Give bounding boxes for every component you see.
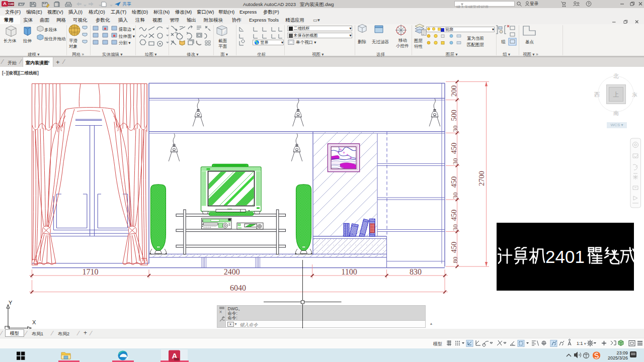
- svg-text:30: 30: [451, 193, 459, 199]
- svg-text:500: 500: [450, 110, 458, 121]
- svg-text:2400: 2400: [224, 267, 240, 276]
- svg-text:450: 450: [450, 143, 458, 154]
- svg-text:450: 450: [450, 210, 458, 221]
- svg-text:830: 830: [410, 267, 422, 276]
- svg-text:80: 80: [451, 257, 459, 263]
- svg-text:30: 30: [451, 224, 459, 231]
- svg-text:Y: Y: [9, 300, 13, 306]
- svg-text:1710: 1710: [83, 267, 99, 276]
- svg-text:450: 450: [450, 242, 458, 253]
- svg-text:30: 30: [451, 158, 459, 165]
- svg-text:2401: 2401: [545, 247, 585, 266]
- svg-text:200: 200: [450, 85, 458, 97]
- svg-text:2700: 2700: [477, 171, 486, 186]
- svg-text:6040: 6040: [230, 284, 246, 292]
- svg-text:X: X: [32, 319, 36, 325]
- svg-text:450: 450: [450, 176, 458, 188]
- svg-text:30: 30: [451, 126, 459, 132]
- svg-text:1100: 1100: [341, 267, 357, 276]
